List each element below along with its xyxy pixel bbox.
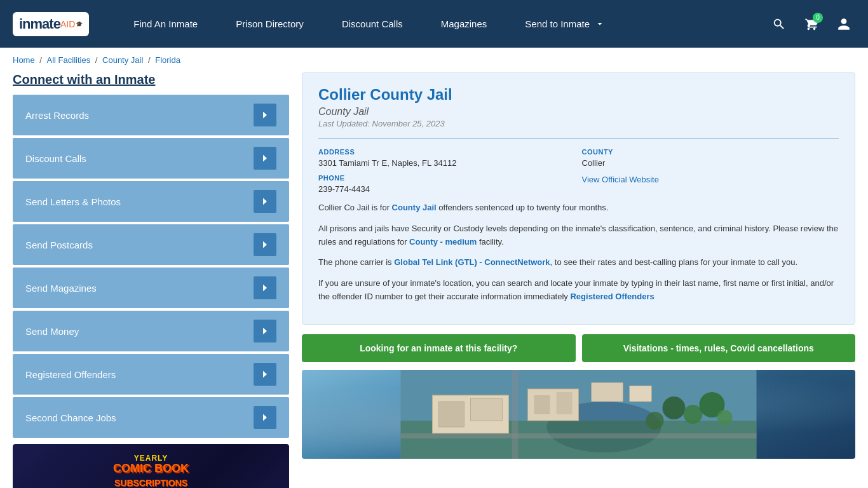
desc-paragraph-3: The phone carrier is Global Tel Link (GT… [318,256,839,269]
phone-value: 239-774-4434 [318,184,576,194]
address-block: ADDRESS 3301 Tamiami Tr E, Naples, FL 34… [318,148,576,168]
county-label: COUNTY [582,148,839,156]
facility-image [302,370,855,459]
breadcrumb-home[interactable]: Home [13,55,35,65]
county-value: Collier [582,158,839,168]
logo-aid: AID [60,19,75,29]
sidebar-item-discount-calls[interactable]: Discount Calls [13,138,289,179]
sidebar-item-label: Discount Calls [25,153,86,164]
nav-icons: 0 [768,13,855,36]
facility-aerial-view [302,370,855,459]
svg-rect-8 [557,392,573,414]
breadcrumb-sep-3: / [148,55,153,65]
ad-subscriptions: SUBSCRIPTIONS [22,478,280,488]
facility-section: Collier County Jail County Jail Last Upd… [302,72,855,488]
arrow-icon-4 [254,276,276,299]
action-buttons: Looking for an inmate at this facility? … [302,334,855,362]
send-to-inmate-label: Send to Inmate [525,18,590,29]
sidebar-item-arrest-records[interactable]: Arrest Records [13,95,289,135]
svg-point-12 [684,405,703,424]
nav-magazines[interactable]: Magazines [422,0,506,48]
sidebar-item-label: Registered Offenders [25,369,116,380]
breadcrumb-all-facilities[interactable]: All Facilities [47,55,91,65]
sidebar-title: Connect with an Inmate [13,72,289,87]
user-button[interactable] [832,13,855,36]
facility-type: County Jail [318,106,839,118]
breadcrumb-florida[interactable]: Florida [155,55,180,65]
sidebar-item-label: Send Letters & Photos [25,196,121,207]
address-value: 3301 Tamiami Tr E, Naples, FL 34112 [318,158,576,168]
arrow-icon-6 [254,363,276,386]
main-content: Connect with an Inmate Arrest Records Di… [0,72,868,488]
arrow-icon-2 [254,190,276,213]
cart-badge: 0 [813,13,823,23]
ad-banner[interactable]: YEARLY COMIC BOOK SUBSCRIPTIONS STARTING… [13,444,289,488]
ad-comic-book: COMIC BOOK [22,463,280,475]
breadcrumb: Home / All Facilities / County Jail / Fl… [0,48,868,72]
svg-rect-16 [592,383,623,402]
visitations-button[interactable]: Visitations - times, rules, Covid cancel… [582,334,856,362]
nav-discount-calls[interactable]: Discount Calls [323,0,422,48]
navbar: inmate AID 🎓 Find An Inmate Prison Direc… [0,0,868,48]
breadcrumb-sep-1: / [39,55,44,65]
breadcrumb-county-jail[interactable]: County Jail [102,55,143,65]
sidebar-item-postcards[interactable]: Send Postcards [13,224,289,265]
sidebar-item-magazines[interactable]: Send Magazines [13,268,289,308]
sidebar-item-label: Send Postcards [25,240,93,250]
phone-block: PHONE 239-774-4434 [318,174,576,194]
arrow-icon-5 [254,320,276,342]
chevron-down-icon [595,20,604,29]
sidebar-item-second-chance-jobs[interactable]: Second Chance Jobs [13,397,289,438]
arrow-icon-1 [254,147,276,170]
facility-updated: Last Updated: November 25, 2023 [318,119,839,128]
nav-prison-directory[interactable]: Prison Directory [217,0,323,48]
nav-send-to-inmate[interactable]: Send to Inmate [506,0,623,48]
address-label: ADDRESS [318,148,576,156]
arrow-icon-0 [254,104,276,126]
sidebar: Connect with an Inmate Arrest Records Di… [13,72,289,488]
svg-rect-5 [471,398,503,421]
svg-rect-9 [401,433,757,438]
sidebar-item-registered-offenders[interactable]: Registered Offenders [13,354,289,395]
ad-yearly: YEARLY [22,454,280,463]
cart-button[interactable]: 0 [800,13,823,36]
phone-label: PHONE [318,174,576,182]
search-button[interactable] [768,13,790,36]
registered-offenders-link[interactable]: Registered Offenders [570,292,654,301]
arrow-icon-7 [254,406,276,429]
svg-rect-4 [439,402,465,427]
svg-rect-10 [512,370,519,459]
sidebar-item-send-money[interactable]: Send Money [13,311,289,351]
facility-name: Collier County Jail [318,86,839,104]
svg-point-14 [717,410,733,425]
desc-paragraph-2: All prisons and jails have Security or C… [318,222,839,249]
gtl-link[interactable]: Global Tel Link (GTL) - ConnectNetwork [394,257,550,267]
facility-details-grid: ADDRESS 3301 Tamiami Tr E, Naples, FL 34… [318,138,839,194]
sidebar-item-label: Send Magazines [25,283,97,294]
logo-hat-icon: 🎓 [76,21,83,27]
website-block: View Official Website [582,174,839,194]
county-medium-link[interactable]: County - medium [409,237,477,247]
svg-point-15 [646,412,664,430]
facility-card: Collier County Jail County Jail Last Upd… [302,72,855,325]
navbar-links: Find An Inmate Prison Directory Discount… [114,0,768,48]
sidebar-item-label: Arrest Records [25,110,89,121]
facility-description: Collier Co Jail is for County Jail offen… [318,201,839,304]
svg-rect-17 [630,386,652,402]
svg-rect-7 [534,395,550,414]
county-block: COUNTY Collier [582,148,839,168]
user-icon [837,17,851,31]
sidebar-item-letters-photos[interactable]: Send Letters & Photos [13,181,289,222]
search-icon [772,17,786,31]
nav-find-inmate[interactable]: Find An Inmate [114,0,217,48]
sidebar-menu: Arrest Records Discount Calls Send Lette… [13,95,289,438]
arrow-icon-3 [254,233,276,256]
breadcrumb-sep-2: / [95,55,100,65]
sidebar-item-label: Send Money [25,326,79,337]
county-jail-link[interactable]: County Jail [392,203,437,212]
website-link[interactable]: View Official Website [582,175,659,184]
logo[interactable]: inmate AID 🎓 [13,12,89,36]
desc-paragraph-1: Collier Co Jail is for County Jail offen… [318,201,839,215]
sidebar-item-label: Second Chance Jobs [25,412,116,423]
looking-for-inmate-button[interactable]: Looking for an inmate at this facility? [302,334,576,362]
